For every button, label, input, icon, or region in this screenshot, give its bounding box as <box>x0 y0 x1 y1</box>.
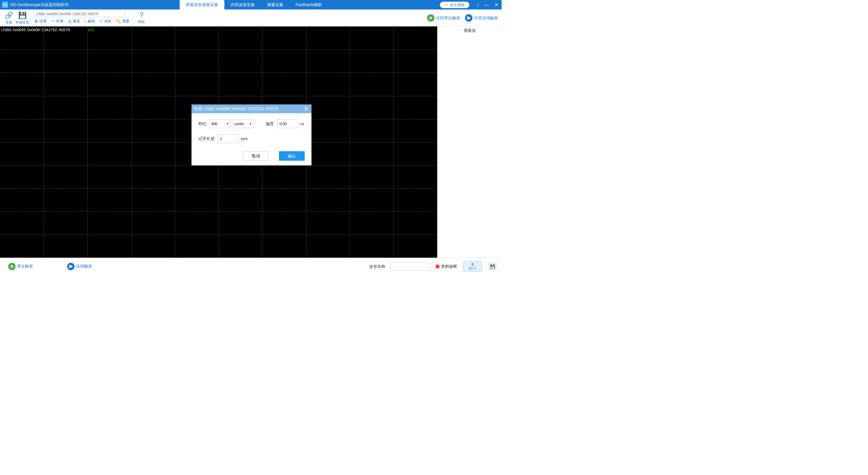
grid-line-horizontal <box>0 235 437 235</box>
main-tabs: 屏幕波形测量采集 内存波形采集 测量采集 Fastframe辅助 <box>180 0 328 9</box>
scale-label: 档位: <box>198 121 207 127</box>
toolbar: 🔗 连接 💾 存储设置 USB0::0x0699::0x0408::C04176… <box>0 9 502 26</box>
measurements-title: 测量值 <box>438 26 502 35</box>
timebase-dialog: 时基 USB0::0x0699::0x0408::C041762::INSTR … <box>191 104 311 165</box>
save-frame-button[interactable]: 💾 <box>488 262 497 271</box>
cursor-icon: ⊹ <box>99 19 103 24</box>
link-icon: 🔗 <box>5 11 13 19</box>
app-title: NS-Oscilloscope示波器控制软件 <box>10 2 69 8</box>
bottom-bar: 单次触发 连续触发 波形名称 关闭余晖 ‹ 0 共0 个 › 💾 <box>0 258 502 275</box>
all-single-label: 全部单次触发 <box>436 15 460 21</box>
chevron-left-icon[interactable]: ‹ <box>462 265 463 268</box>
tool-stack: USB0::0x0699::0x0408::C041762::INSTR ⚙设置… <box>32 10 132 26</box>
connect-label: 连接 <box>5 20 12 25</box>
close-button[interactable]: ✕ <box>493 2 500 7</box>
dialog-title-text: 时基 USB0::0x0699::0x0408::C041762::INSTR <box>194 106 279 112</box>
scale-value: 400 <box>211 122 217 126</box>
scale-unit-select[interactable]: us/div <box>233 119 254 128</box>
wave-name-input[interactable] <box>390 262 431 271</box>
disk-icon: 💾 <box>490 264 495 269</box>
counter-value: 0 <box>471 262 473 266</box>
storage-button[interactable]: 💾 存储设置 <box>16 10 29 26</box>
target-icon: ◎ <box>68 19 72 24</box>
separator <box>31 12 31 24</box>
trigger-icon: ⎍ <box>84 19 87 24</box>
channel-label: 通道 <box>73 19 80 24</box>
record-length-unit: kpts <box>241 137 247 141</box>
license-label: 永久授权 <box>450 2 465 7</box>
scale-unit: us/div <box>234 122 244 126</box>
users-icon[interactable]: 👥 <box>473 2 479 7</box>
timebase-label: 时基 <box>56 19 64 24</box>
counter-total: 共0 个 <box>468 266 477 271</box>
storage-label: 存储设置 <box>16 20 29 25</box>
all-single-trigger-button[interactable]: 全部单次触发 <box>427 14 460 22</box>
gear-icon: ⚙ <box>34 19 38 24</box>
grid-line-horizontal <box>0 96 437 96</box>
help-label: 帮助 <box>138 20 145 24</box>
dialog-close-button[interactable]: ✕ <box>304 105 309 113</box>
title-bar: osc NS-Oscilloscope示波器控制软件 屏幕波形测量采集 内存波形… <box>0 0 502 9</box>
channel-button[interactable]: ◎通道 <box>66 17 82 25</box>
record-length-input[interactable] <box>218 134 239 143</box>
wave-icon: 〰 <box>51 19 55 24</box>
grid-line-horizontal <box>0 73 437 73</box>
scope-h-indicator: H:0 <box>88 28 94 32</box>
play-icon <box>8 263 16 270</box>
tab-screen-waveform[interactable]: 屏幕波形测量采集 <box>180 0 224 9</box>
wave-name-label: 波形名称 <box>369 264 385 270</box>
grid-line-horizontal <box>0 50 437 50</box>
measure-button[interactable]: 📏测量 <box>114 17 132 25</box>
toggle-dot-icon <box>436 264 440 269</box>
ruler-icon: 📏 <box>116 19 121 24</box>
trigger-label: 触发 <box>88 19 95 24</box>
app-icon: osc <box>2 2 8 8</box>
frame-counter[interactable]: ‹ 0 共0 个 › <box>462 261 483 272</box>
record-length-label: 记录长度: <box>198 136 216 142</box>
tab-memory-waveform[interactable]: 内存波形采集 <box>224 0 261 9</box>
afterglow-toggle[interactable]: 关闭余晖 <box>436 264 457 270</box>
separator <box>133 12 133 24</box>
settings-button[interactable]: ⚙设置 <box>32 17 49 25</box>
all-cont-label: 全部连续触发 <box>474 15 498 21</box>
save-icon: 💾 <box>18 11 27 19</box>
tab-fastframe[interactable]: Fastframe辅助 <box>289 0 328 9</box>
scale-value-select[interactable]: 400 <box>209 119 230 128</box>
tab-measure-capture[interactable]: 测量采集 <box>261 0 289 9</box>
play-pause-icon <box>67 263 75 270</box>
grid-line-horizontal <box>0 188 437 189</box>
play-icon <box>427 14 435 22</box>
play-pause-icon <box>465 14 472 22</box>
settings-label: 设置 <box>39 19 47 24</box>
afterglow-label: 关闭余晖 <box>441 264 457 270</box>
all-continuous-trigger-button[interactable]: 全部连续触发 <box>465 14 498 22</box>
offset-unit: us <box>300 122 304 126</box>
cancel-button[interactable]: 取消 <box>243 151 269 161</box>
single-trigger-button[interactable]: 单次触发 <box>8 263 33 270</box>
dialog-body: 档位: 400 us/div 偏置: us 记录长度: kpts 取消 确认 <box>191 113 311 165</box>
dialog-titlebar[interactable]: 时基 USB0::0x0699::0x0408::C041762::INSTR … <box>191 104 311 113</box>
instrument-address[interactable]: USB0::0x0699::0x0408::C041762::INSTR <box>34 11 125 17</box>
grid-line-horizontal <box>0 212 437 212</box>
timebase-button[interactable]: 〰时基 <box>49 17 66 25</box>
continuous-trigger-button[interactable]: 连续触发 <box>67 263 92 270</box>
offset-label: 偏置: <box>266 121 275 127</box>
continuous-trigger-label: 连续触发 <box>76 263 92 269</box>
scope-address-label: USB0::0x0699::0x0408::C041762::INSTR <box>1 28 70 32</box>
cursor-label: 光标 <box>104 19 112 24</box>
cursor-button[interactable]: ⊹光标 <box>97 17 114 25</box>
help-icon: ? <box>139 11 143 19</box>
offset-input[interactable] <box>277 119 298 128</box>
measure-label: 测量 <box>122 19 129 24</box>
confirm-button[interactable]: 确认 <box>279 151 305 161</box>
license-button[interactable]: ♔ 永久授权 <box>440 2 469 8</box>
crown-icon: ♔ <box>445 2 448 7</box>
minimize-button[interactable]: — <box>483 2 489 7</box>
help-button[interactable]: ? 帮助 <box>135 10 148 26</box>
single-trigger-label: 单次触发 <box>17 263 33 269</box>
chevron-right-icon[interactable]: › <box>482 265 483 268</box>
connect-button[interactable]: 🔗 连接 <box>2 10 16 26</box>
measurements-panel: 测量值 <box>437 26 502 258</box>
trigger-button[interactable]: ⎍触发 <box>82 17 97 25</box>
